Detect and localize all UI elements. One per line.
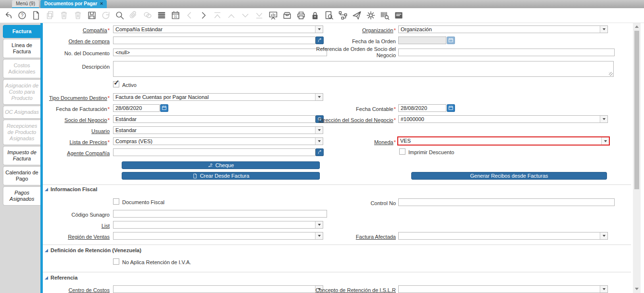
- calendar-icon[interactable]: 31: [171, 11, 180, 20]
- resize-handle[interactable]: [609, 72, 613, 76]
- field-label-organizacion[interactable]: Organización*: [285, 27, 396, 34]
- moneda-select[interactable]: VES: [397, 136, 610, 146]
- field-label-fecha-contable: Fecha Contable*: [285, 106, 396, 112]
- field-label-lista-de-precios[interactable]: Lista de Precios*: [33, 139, 110, 146]
- chevron-down-icon[interactable]: [315, 94, 323, 100]
- scroll-down-icon[interactable]: [635, 288, 639, 290]
- required-marker: *: [394, 117, 396, 123]
- collapse-icon[interactable]: [45, 188, 48, 191]
- field-label-concepto-retencion-islr[interactable]: Concepto de Retención de I.S.L.R: [285, 287, 396, 293]
- undo-icon[interactable]: [3, 11, 13, 20]
- workflow-icon[interactable]: [338, 11, 348, 20]
- sidebar-tab-label: Calendario de Pago: [5, 170, 39, 182]
- next-record-icon[interactable]: [199, 11, 208, 20]
- field-label-orden-de-compra[interactable]: Orden de compra: [33, 38, 110, 45]
- barcode-scan-icon[interactable]: [380, 11, 390, 20]
- field-label-centro-de-costos[interactable]: Centro de Costos: [33, 287, 110, 293]
- referencia-orden-socio-input[interactable]: [398, 49, 615, 56]
- archive-icon[interactable]: [282, 11, 292, 20]
- first-record-icon: [213, 11, 222, 20]
- field-label-usuario[interactable]: Usuario: [33, 128, 110, 134]
- new-record-icon[interactable]: [31, 11, 41, 20]
- agente-compania-input[interactable]: [113, 148, 316, 156]
- delete-selection-icon: [73, 11, 83, 20]
- agente-compania-lookup-button[interactable]: [316, 148, 324, 156]
- codigo-sunagro-input[interactable]: [113, 210, 327, 218]
- crear-desde-factura-button[interactable]: Crear Desde Factura: [122, 172, 320, 180]
- help-icon[interactable]: ?: [17, 11, 27, 20]
- direccion-socio-select[interactable]: #1000000: [398, 115, 608, 123]
- tipo-documento-destino-select[interactable]: Factura de Cuentas por Pagar Nacional: [113, 93, 323, 101]
- generar-recibos-button[interactable]: Generar Recibos desde Facturas: [411, 172, 607, 180]
- field-label-direccion-socio[interactable]: Dirección del Socio del Negocio*: [285, 117, 396, 123]
- cheque-button[interactable]: Cheque: [122, 161, 320, 169]
- close-icon[interactable]: ×: [100, 0, 103, 7]
- usuario-select[interactable]: Estandar: [113, 126, 323, 134]
- factura-afectada-select[interactable]: [398, 232, 608, 240]
- sidebar-tab-pagos-asignados[interactable]: Pagos Asignados: [3, 186, 40, 206]
- required-marker: *: [108, 117, 110, 123]
- fecha-de-facturacion-calendar-button[interactable]: [160, 104, 168, 112]
- concepto-retencion-islr-select[interactable]: [398, 285, 608, 293]
- tab-documentos-por-pagar[interactable]: Documentos por Pagar ×: [40, 0, 107, 8]
- direccion-socio-value: #1000000: [399, 116, 600, 122]
- field-label-control-no: Control No: [285, 200, 396, 207]
- sidebar-tab-calendario-de-pago[interactable]: Calendario de Pago: [3, 166, 40, 185]
- activo-checkbox[interactable]: ✓: [113, 81, 119, 87]
- delete-record-icon: [59, 11, 69, 20]
- field-label-list[interactable]: List: [33, 223, 110, 229]
- chevron-down-icon[interactable]: [600, 286, 607, 293]
- field-label-region-de-ventas[interactable]: Región de Ventas: [33, 234, 110, 240]
- activo-label: Activo: [122, 82, 137, 88]
- chevron-down-icon[interactable]: [600, 116, 607, 122]
- field-label-tipo-documento-destino[interactable]: Tipo Documento Destino*: [33, 95, 110, 101]
- field-label-socio-del-negocio[interactable]: Socio del Negocio*: [33, 117, 110, 123]
- required-marker: *: [394, 139, 396, 145]
- section-title-referencia: Referencia: [51, 275, 77, 281]
- no-del-documento-input[interactable]: [113, 49, 327, 56]
- lock-icon[interactable]: [310, 11, 320, 20]
- organizacion-select[interactable]: Organización: [398, 25, 608, 33]
- chevron-down-icon[interactable]: [600, 232, 607, 239]
- fecha-de-facturacion-input[interactable]: [113, 104, 160, 112]
- field-label-compania[interactable]: Compañía*: [33, 27, 110, 34]
- control-no-input[interactable]: [398, 198, 615, 206]
- save-icon[interactable]: [87, 11, 97, 20]
- report-window-icon[interactable]: [394, 11, 404, 20]
- fecha-contable-input[interactable]: [398, 104, 446, 112]
- cheque-button-label: Cheque: [215, 162, 234, 168]
- chevron-down-icon[interactable]: [600, 26, 607, 33]
- collapse-icon[interactable]: [45, 276, 48, 280]
- usuario-value: Estandar: [114, 127, 315, 134]
- find-icon[interactable]: [115, 11, 125, 20]
- field-label-moneda[interactable]: Moneda*: [285, 139, 396, 146]
- field-label-factura-afectada[interactable]: Factura Afectada: [285, 234, 396, 240]
- print-icon[interactable]: [296, 11, 306, 20]
- list-select[interactable]: [113, 221, 323, 229]
- chevron-down-icon[interactable]: [601, 137, 609, 145]
- tab-menu[interactable]: Menú (9): [12, 0, 39, 8]
- moneda-value: VES: [398, 137, 601, 145]
- section-separator: [43, 184, 631, 185]
- field-label-agente-compania[interactable]: Agente Compañía: [33, 150, 110, 157]
- settings-icon[interactable]: [366, 11, 376, 20]
- descripcion-textarea[interactable]: [113, 61, 614, 77]
- no-aplica-retencion-iva-checkbox[interactable]: [113, 258, 119, 265]
- imprimir-descuento-checkbox[interactable]: [399, 148, 405, 155]
- grid-toggle-icon[interactable]: [157, 11, 166, 20]
- report-icon[interactable]: [268, 11, 278, 20]
- scroll-up-icon[interactable]: [635, 25, 639, 28]
- documento-fiscal-checkbox[interactable]: [113, 198, 119, 205]
- sidebar-tab-label: Factura: [13, 28, 32, 35]
- section-title-definicion-retencion: Definición de Retención (Venezuela): [51, 247, 141, 253]
- vertical-scrollbar[interactable]: [633, 23, 641, 293]
- collapse-icon[interactable]: [45, 249, 48, 252]
- print-preview-icon[interactable]: [324, 11, 334, 20]
- scrollbar-thumb[interactable]: [634, 31, 639, 189]
- chevron-down-icon[interactable]: [315, 221, 323, 228]
- send-icon[interactable]: [352, 11, 362, 20]
- required-marker: *: [394, 106, 396, 112]
- chevron-down-icon[interactable]: [315, 127, 323, 134]
- fecha-contable-calendar-button[interactable]: [447, 104, 455, 112]
- section-title-informacion-fiscal: Informacion Fiscal: [51, 186, 97, 192]
